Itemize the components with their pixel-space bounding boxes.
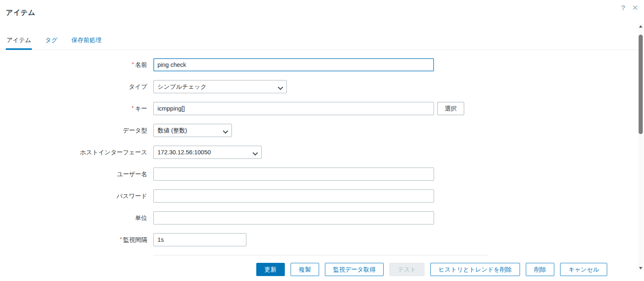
name-label: *名前 bbox=[0, 61, 147, 69]
scroll-down-arrow-icon[interactable] bbox=[639, 267, 642, 269]
tab-bar: アイテム タグ 保存前処理 bbox=[0, 36, 644, 50]
host-interface-select-value: 172.30.12.56:10050 bbox=[157, 149, 211, 156]
vertical-scrollbar[interactable] bbox=[638, 24, 644, 271]
type-label: タイプ bbox=[0, 83, 147, 91]
username-label: ユーザー名 bbox=[0, 170, 147, 178]
scrollbar-thumb[interactable] bbox=[639, 35, 643, 134]
required-marker: * bbox=[132, 61, 134, 67]
close-icon[interactable]: ✕ bbox=[632, 4, 638, 12]
host-interface-select[interactable]: 172.30.12.56:10050 bbox=[153, 146, 262, 159]
chevron-down-icon bbox=[224, 129, 227, 133]
tab-preprocessing[interactable]: 保存前処理 bbox=[71, 36, 103, 50]
item-form: *名前 タイプ シンプルチェック *キー 選択 データ型 数値 (整数) ホスト… bbox=[0, 50, 644, 257]
required-marker: * bbox=[132, 105, 134, 111]
type-select[interactable]: シンプルチェック bbox=[153, 80, 287, 93]
units-label: 単位 bbox=[0, 214, 147, 222]
update-interval-input[interactable] bbox=[153, 233, 246, 246]
value-type-select-value: 数値 (整数) bbox=[157, 127, 187, 135]
form-row-update-interval: *監視間隔 bbox=[0, 233, 644, 246]
update-interval-label: *監視間隔 bbox=[0, 236, 147, 244]
units-input[interactable] bbox=[153, 211, 434, 224]
dialog-title: アイテム bbox=[6, 8, 638, 17]
update-button[interactable]: 更新 bbox=[256, 263, 285, 276]
form-row-value-type: データ型 数値 (整数) bbox=[0, 124, 644, 137]
header-icons: ? ✕ bbox=[621, 4, 638, 12]
host-interface-label: ホストインターフェース bbox=[0, 149, 147, 156]
key-label: *キー bbox=[0, 105, 147, 113]
value-type-label: データ型 bbox=[0, 127, 147, 135]
required-marker: * bbox=[120, 236, 122, 242]
form-row-password: パスワード bbox=[0, 189, 644, 203]
key-select-button[interactable]: 選択 bbox=[437, 102, 464, 115]
form-row-type: タイプ シンプルチェック bbox=[0, 80, 644, 93]
chevron-down-icon bbox=[279, 85, 282, 89]
scroll-up-arrow-icon[interactable] bbox=[639, 25, 642, 28]
test-button: テスト bbox=[389, 263, 425, 276]
cancel-button[interactable]: キャンセル bbox=[560, 263, 607, 276]
form-row-name: *名前 bbox=[0, 58, 644, 71]
username-input[interactable] bbox=[153, 168, 434, 181]
value-type-select[interactable]: 数値 (整数) bbox=[153, 124, 232, 137]
dialog-footer: 更新 複製 監視データ取得 テスト ヒストリとトレンドを削除 削除 キャンセル bbox=[0, 257, 644, 281]
help-icon[interactable]: ? bbox=[621, 5, 625, 12]
name-input[interactable] bbox=[153, 58, 434, 71]
tab-tags[interactable]: タグ bbox=[44, 36, 58, 50]
dialog-header: アイテム ? ✕ bbox=[0, 0, 644, 36]
form-row-username: ユーザー名 bbox=[0, 168, 644, 181]
form-row-key: *キー 選択 bbox=[0, 102, 644, 115]
item-dialog: アイテム ? ✕ アイテム タグ 保存前処理 *名前 タイプ シンプルチェック … bbox=[0, 0, 644, 257]
delete-button[interactable]: 削除 bbox=[526, 263, 554, 276]
key-input[interactable] bbox=[153, 102, 434, 115]
tab-item[interactable]: アイテム bbox=[6, 36, 32, 50]
form-row-units: 単位 bbox=[0, 211, 644, 224]
password-input[interactable] bbox=[153, 189, 434, 203]
clear-history-trends-button[interactable]: ヒストリとトレンドを削除 bbox=[430, 263, 520, 276]
get-latest-data-button[interactable]: 監視データ取得 bbox=[325, 263, 384, 276]
type-select-value: シンプルチェック bbox=[157, 83, 207, 91]
clone-button[interactable]: 複製 bbox=[291, 263, 319, 276]
form-row-host-interface: ホストインターフェース 172.30.12.56:10050 bbox=[0, 146, 644, 159]
password-label: パスワード bbox=[0, 192, 147, 200]
chevron-down-icon bbox=[253, 151, 257, 155]
